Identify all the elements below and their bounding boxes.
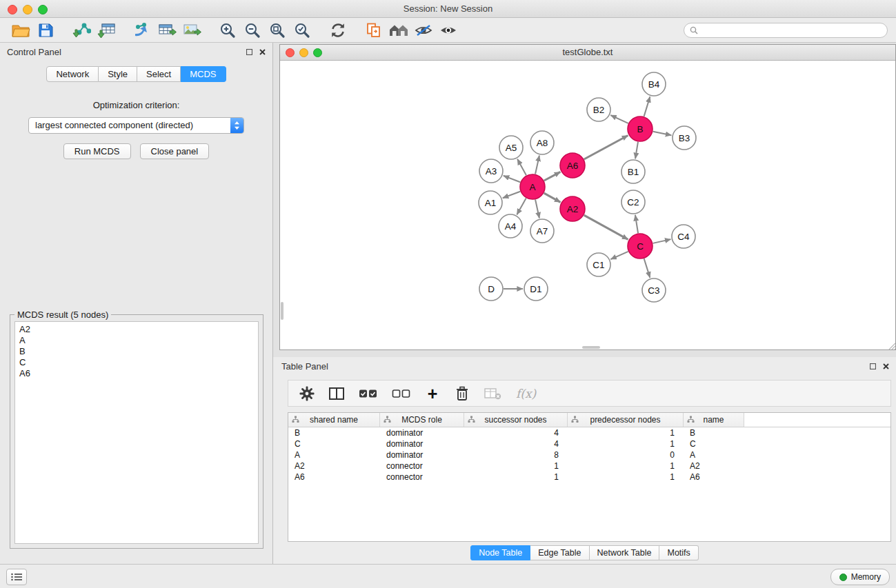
edge-B-B3[interactable] xyxy=(653,132,672,135)
node-B2[interactable]: B2 xyxy=(587,98,610,121)
network-close-button[interactable] xyxy=(286,48,295,57)
deselect-all-columns-button[interactable] xyxy=(392,385,410,403)
select-all-columns-button[interactable] xyxy=(359,385,377,403)
table-cell[interactable]: 1 xyxy=(464,461,568,471)
refresh-layout-button[interactable] xyxy=(326,20,350,41)
delete-column-button[interactable] xyxy=(455,385,470,403)
mcds-result-item[interactable]: B xyxy=(19,346,254,357)
memory-button[interactable]: Memory xyxy=(830,569,890,585)
edge-A-A8[interactable] xyxy=(535,156,539,174)
table-cell[interactable]: A6 xyxy=(288,472,380,482)
edge-A-A7[interactable] xyxy=(535,200,539,219)
table-cell[interactable]: 1 xyxy=(568,461,684,471)
tab-select[interactable]: Select xyxy=(137,66,181,82)
table-cell[interactable]: B xyxy=(288,428,380,438)
network-minimize-button[interactable] xyxy=(299,48,308,57)
edge-C-C2[interactable] xyxy=(635,215,638,233)
minimize-window-button[interactable] xyxy=(23,5,32,14)
close-panel-icon[interactable] xyxy=(259,49,266,55)
node-B3[interactable]: B3 xyxy=(673,126,696,150)
zoom-in-button[interactable] xyxy=(215,20,240,41)
edge-B-B4[interactable] xyxy=(644,97,650,116)
node-A3[interactable]: A3 xyxy=(479,159,503,183)
import-table-button[interactable] xyxy=(94,20,119,41)
table-cell[interactable]: 1 xyxy=(568,428,684,438)
edge-A-A4[interactable] xyxy=(517,199,526,215)
table-cell[interactable]: 1 xyxy=(464,472,568,482)
edge-B-B2[interactable] xyxy=(610,115,628,123)
column-header-successor-nodes[interactable]: successor nodes xyxy=(464,413,568,427)
node-C1[interactable]: C1 xyxy=(587,253,610,276)
export-network-button[interactable] xyxy=(130,20,155,41)
node-B4[interactable]: B4 xyxy=(642,72,666,96)
table-row[interactable]: Cdominator41C xyxy=(288,438,890,449)
edge-C-C1[interactable] xyxy=(610,252,628,259)
optimization-criterion-select[interactable]: largest connected component (directed) xyxy=(28,117,244,134)
export-table-button[interactable] xyxy=(155,20,179,41)
table-cell[interactable]: A2 xyxy=(288,461,380,471)
table-cell[interactable]: dominator xyxy=(380,450,464,460)
zoom-selected-button[interactable] xyxy=(290,20,315,41)
table-cell[interactable]: A2 xyxy=(684,461,744,471)
table-cell[interactable]: 0 xyxy=(568,450,684,460)
table-cell[interactable]: 8 xyxy=(464,450,568,460)
node-C3[interactable]: C3 xyxy=(642,278,666,302)
table-cell[interactable]: dominator xyxy=(380,428,464,438)
node-A6[interactable]: A6 xyxy=(560,153,585,178)
node-B1[interactable]: B1 xyxy=(621,160,645,183)
close-table-panel-icon[interactable] xyxy=(883,363,889,369)
table-cell[interactable]: A xyxy=(288,450,380,460)
show-networks-button[interactable] xyxy=(386,20,411,41)
tab-style[interactable]: Style xyxy=(99,66,137,82)
mcds-result-item[interactable]: A2 xyxy=(19,324,254,335)
tab-network[interactable]: Network xyxy=(46,66,99,82)
zoom-fit-button[interactable] xyxy=(265,20,290,41)
node-table[interactable]: shared nameMCDS rolesuccessor nodesprede… xyxy=(288,412,891,542)
mcds-result-item[interactable]: C xyxy=(19,357,254,368)
table-cell[interactable]: A xyxy=(684,450,744,460)
edge-A-A5[interactable] xyxy=(517,159,526,176)
edge-C-C4[interactable] xyxy=(653,239,671,243)
node-A5[interactable]: A5 xyxy=(499,136,523,159)
table-cell[interactable]: C xyxy=(684,439,744,449)
float-table-panel-icon[interactable] xyxy=(870,363,876,369)
open-session-button[interactable] xyxy=(8,20,33,41)
close-panel-button[interactable]: Close panel xyxy=(140,143,210,159)
zoom-out-button[interactable] xyxy=(240,20,265,41)
node-D1[interactable]: D1 xyxy=(524,277,548,301)
node-A7[interactable]: A7 xyxy=(530,219,554,243)
edge-A-A1[interactable] xyxy=(503,192,520,199)
network-canvas[interactable]: B4B2BB3A5A8A6A3B1AA1A2C2A4A7C4CC1C3DD1 xyxy=(280,61,895,349)
table-row[interactable]: A6connector11A6 xyxy=(288,472,890,483)
horizontal-scroll-indicator[interactable] xyxy=(582,346,600,349)
table-row[interactable]: Bdominator41B xyxy=(288,427,890,438)
node-A8[interactable]: A8 xyxy=(530,131,554,154)
table-cell[interactable]: C xyxy=(288,439,380,449)
edge-B-B1[interactable] xyxy=(635,142,638,159)
export-image-button[interactable] xyxy=(179,20,204,41)
network-zoom-button[interactable] xyxy=(313,48,322,57)
add-column-button[interactable]: + xyxy=(425,385,440,403)
network-graph[interactable]: B4B2BB3A5A8A6A3B1AA1A2C2A4A7C4CC1C3DD1 xyxy=(280,61,895,349)
column-header-shared-name[interactable]: shared name xyxy=(288,413,380,427)
search-input[interactable] xyxy=(701,25,882,36)
node-A2[interactable]: A2 xyxy=(560,196,585,221)
show-columns-button[interactable] xyxy=(329,385,344,403)
table-cell[interactable]: 1 xyxy=(568,439,684,449)
edge-A-A3[interactable] xyxy=(504,176,521,182)
table-row[interactable]: A2connector11A2 xyxy=(288,460,890,472)
table-cell[interactable]: 1 xyxy=(568,472,684,482)
mcds-result-list[interactable]: A2ABCA6 xyxy=(14,321,259,544)
tab-motifs[interactable]: Motifs xyxy=(659,545,698,560)
mcds-result-item[interactable]: A xyxy=(19,335,254,346)
show-all-button[interactable] xyxy=(436,20,461,41)
tab-network-table[interactable]: Network Table xyxy=(590,545,660,560)
table-cell[interactable]: connector xyxy=(380,461,464,471)
table-cell[interactable]: 4 xyxy=(464,428,568,438)
edge-A6-B[interactable] xyxy=(584,136,628,159)
node-A[interactable]: A xyxy=(520,174,545,199)
search-box[interactable] xyxy=(684,23,888,38)
column-header-MCDS-role[interactable]: MCDS role xyxy=(380,413,464,427)
node-C[interactable]: C xyxy=(628,234,653,258)
node-C2[interactable]: C2 xyxy=(621,190,645,214)
